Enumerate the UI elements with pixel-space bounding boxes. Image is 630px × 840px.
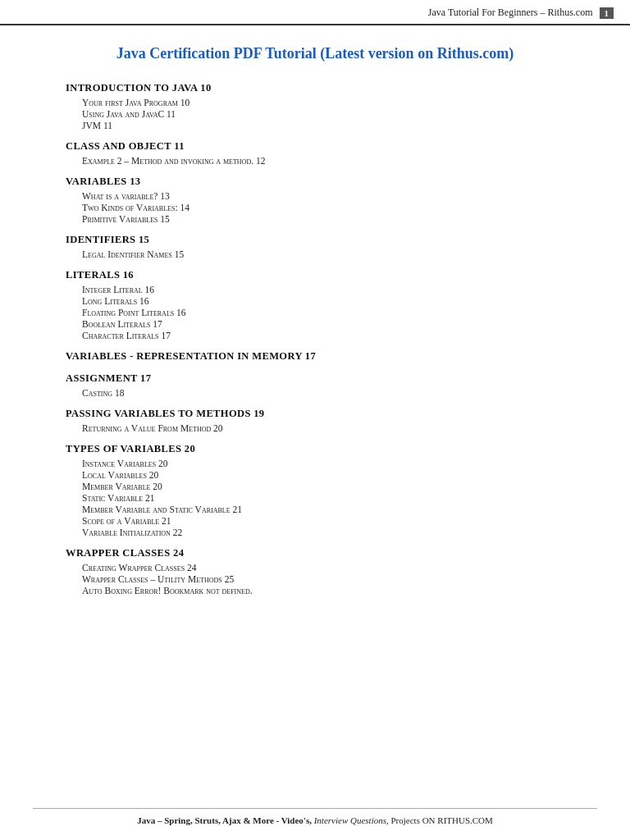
toc-sub-item: Using Java and JavaC 11	[82, 109, 564, 119]
toc-sub-item: Member Variable 20	[82, 482, 564, 491]
section-heading-class-object: CLASS AND OBJECT 11	[66, 140, 564, 153]
header-title: Java Tutorial For Beginners – Rithus.com	[428, 7, 593, 19]
footer-italic: Interview Questions	[314, 815, 386, 825]
toc-sub-item: What is a variable? 13	[82, 191, 564, 201]
toc-sub-item: Returning a Value From Method 20	[82, 423, 564, 433]
toc-sub-item: Member Variable and Static Variable 21	[82, 504, 564, 514]
toc-sub-item: Creating Wrapper Classes 24	[82, 563, 564, 573]
toc-sub-item: Long Literals 16	[82, 296, 564, 306]
footer-suffix: , Projects ON RITHUS.COM	[386, 815, 493, 825]
toc-sub-item: Two Kinds of Variables: 14	[82, 203, 564, 212]
section-heading-identifiers: IDENTIFIERS 15	[66, 234, 564, 246]
toc-sub-item: Boolean Literals 17	[82, 319, 564, 329]
toc-sub-item: Wrapper Classes – Utility Methods 25	[82, 574, 564, 584]
content-area: Java Certification PDF Tutorial (Latest …	[0, 25, 630, 616]
toc-sub-item: Scope of a Variable 21	[82, 516, 564, 526]
toc-sub-item: JVM 11	[82, 121, 564, 130]
toc-sub-item: Auto Boxing Error! Bookmark not defined.	[82, 586, 564, 596]
toc-sub-item: Your first Java Program 10	[82, 98, 564, 107]
section-heading-literals: LITERALS 16	[66, 269, 564, 281]
toc-sub-item: Variable Initialization 22	[82, 527, 564, 537]
toc-sub-item: Primitive Variables 15	[82, 214, 564, 224]
section-heading-passing-variables: PASSING VARIABLES TO METHODS 19	[66, 408, 564, 420]
toc-sub-item: Character Literals 17	[82, 331, 564, 340]
toc-sub-item: Floating Point Literals 16	[82, 308, 564, 317]
toc-sub-item: Integer Literal 16	[82, 285, 564, 294]
section-heading-types-variables: TYPES OF VARIABLES 20	[66, 443, 564, 455]
toc-sub-item: Local Variables 20	[82, 470, 564, 480]
footer-bold: Java – Spring, Struts, Ajax & More - Vid…	[137, 815, 314, 825]
toc-sub-item: Casting 18	[82, 388, 564, 398]
section-heading-assignment: ASSIGNMENT 17	[66, 372, 564, 385]
section-heading-intro: INTRODUCTION TO JAVA 10	[66, 82, 564, 94]
section-heading-variables: VARIABLES 13	[66, 176, 564, 188]
section-heading-variables-memory: VARIABLES - REPRESENTATION IN MEMORY 17	[66, 350, 564, 363]
toc-sub-item: Example 2 – Method and invoking a method…	[82, 156, 564, 166]
page-header: Java Tutorial For Beginners – Rithus.com…	[0, 0, 630, 25]
toc-sub-item: Instance Variables 20	[82, 459, 564, 468]
section-heading-wrapper-classes: WRAPPER CLASSES 24	[66, 547, 564, 559]
page-container: Java Tutorial For Beginners – Rithus.com…	[0, 0, 630, 840]
document-title: Java Certification PDF Tutorial (Latest …	[66, 45, 564, 62]
toc-sub-item: Static Variable 21	[82, 493, 564, 503]
page-footer: Java – Spring, Struts, Ajax & More - Vid…	[33, 808, 597, 825]
toc-sub-item: Legal Identifier Names 15	[82, 249, 564, 259]
header-page-number: 1	[600, 7, 614, 19]
footer-text: Java – Spring, Struts, Ajax & More - Vid…	[137, 815, 493, 825]
toc-sections: INTRODUCTION TO JAVA 10Your first Java P…	[66, 82, 564, 596]
